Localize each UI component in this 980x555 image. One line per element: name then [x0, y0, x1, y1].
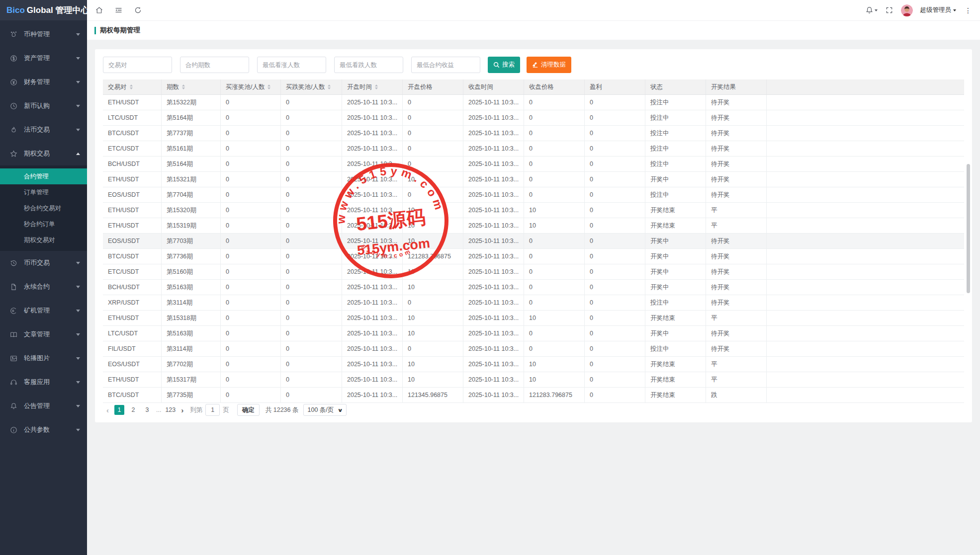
- next-page-button[interactable]: ›: [178, 406, 187, 414]
- filter-input-1[interactable]: [180, 57, 249, 73]
- sidebar-item-newcoin[interactable]: 新币认购: [0, 94, 87, 118]
- sidebar-item-perpetual[interactable]: 永续合约: [0, 275, 87, 299]
- table-cell: 0: [281, 172, 342, 187]
- table-cell: 0: [221, 141, 281, 156]
- avatar[interactable]: [901, 4, 913, 16]
- flame-icon: [10, 126, 18, 134]
- table-cell: 待开奖: [706, 126, 767, 141]
- column-header[interactable]: 买涨奖池/人数: [221, 79, 281, 94]
- sidebar-item-spot[interactable]: 币币交易: [0, 251, 87, 275]
- sidebar-item-notice[interactable]: 公告管理: [0, 394, 87, 418]
- prev-page-button[interactable]: ‹: [103, 406, 112, 414]
- table-row: BTC/USDT第7735期002025-10-11 10:3...121345…: [103, 388, 964, 403]
- table-cell: 0: [585, 341, 645, 356]
- table-cell: 0: [281, 110, 342, 125]
- sidebar-item-article[interactable]: 文章管理: [0, 322, 87, 346]
- page-number[interactable]: 3: [142, 405, 152, 415]
- submenu-item[interactable]: 订单管理: [0, 184, 87, 200]
- table-cell: 2025-10-11 10:3...: [342, 126, 403, 141]
- page-number-active[interactable]: 1: [114, 405, 124, 415]
- clean-data-button[interactable]: 清理数据: [527, 57, 571, 73]
- column-header[interactable]: 开盘时间: [342, 79, 403, 94]
- filter-input-0[interactable]: [103, 57, 172, 73]
- page-number[interactable]: 123: [165, 405, 176, 415]
- table-cell: 第15317期: [162, 372, 221, 387]
- table-cell: 0: [585, 249, 645, 264]
- bell-icon: [865, 6, 874, 14]
- sidebar-item-params[interactable]: 公共参数: [0, 418, 87, 442]
- table-cell-spacer: [767, 95, 964, 110]
- home-icon[interactable]: [95, 6, 103, 14]
- table-cell: 第5164期: [162, 110, 221, 125]
- kebab-menu-icon[interactable]: ⋮: [964, 6, 973, 15]
- submenu-item[interactable]: 秒合约订单: [0, 216, 87, 232]
- chevron-down-icon: [76, 105, 80, 107]
- table-cell: 2025-10-11 10:3...: [463, 157, 524, 171]
- search-button[interactable]: 搜索: [488, 57, 520, 73]
- sidebar-item-service[interactable]: 客服应用: [0, 370, 87, 394]
- sidebar-item-label: 财务管理: [24, 78, 76, 86]
- column-header: 开盘价格: [403, 79, 463, 94]
- sidebar-item-finance[interactable]: 财务管理: [0, 70, 87, 94]
- sidebar-item-option[interactable]: 期权交易: [0, 142, 87, 165]
- search-icon: [493, 62, 500, 68]
- fullscreen-icon[interactable]: [885, 6, 893, 14]
- page-number[interactable]: 2: [128, 405, 138, 415]
- goto-page-input[interactable]: [205, 404, 220, 416]
- confirm-page-button[interactable]: 确定: [237, 404, 260, 416]
- refresh-icon[interactable]: [134, 6, 142, 14]
- sort-icon[interactable]: [182, 84, 185, 89]
- collapse-menu-icon[interactable]: [114, 6, 123, 14]
- sort-icon[interactable]: [328, 84, 331, 89]
- submenu-item[interactable]: 秒合约交易对: [0, 200, 87, 216]
- table-cell: 10: [403, 264, 463, 279]
- sort-icon[interactable]: [130, 84, 133, 89]
- table-cell: 投注中: [645, 295, 706, 310]
- star-icon: [10, 150, 18, 158]
- column-header[interactable]: 期数: [162, 79, 221, 94]
- table-cell: 待开奖: [706, 157, 767, 171]
- pagination: ‹ 123...123 › 到第 页 确定 共 12236 条 100 条/页 …: [103, 404, 347, 416]
- table-cell: 第15322期: [162, 95, 221, 110]
- main-area: 超级管理员 ⋮ 期权每期管理 搜索: [87, 0, 980, 555]
- sidebar-item-coin[interactable]: 币种管理: [0, 22, 87, 46]
- filter-input-3[interactable]: [334, 57, 403, 73]
- table-cell: 开奖结束: [645, 218, 706, 233]
- table-cell: 开奖中: [645, 249, 706, 264]
- table-cell: 0: [585, 264, 645, 279]
- table-cell: 0: [585, 280, 645, 295]
- table-cell: 2025-10-11 10:3...: [463, 280, 524, 295]
- table-cell: 2025-10-11 10:3...: [463, 110, 524, 125]
- notifications-button[interactable]: [865, 6, 878, 14]
- sidebar-item-label: 新币认购: [24, 101, 76, 110]
- filter-input-4[interactable]: [411, 57, 480, 73]
- submenu-item[interactable]: 期权交易对: [0, 232, 87, 248]
- dollar-circle-icon: [10, 54, 18, 62]
- vertical-scrollbar[interactable]: [967, 164, 970, 293]
- sort-icon[interactable]: [375, 84, 378, 89]
- table-cell: 2025-10-11 10:3...: [342, 280, 403, 295]
- sidebar-item-fiat[interactable]: 法币交易: [0, 118, 87, 142]
- table-cell: 10: [403, 203, 463, 218]
- column-header[interactable]: 买跌奖池/人数: [281, 79, 342, 94]
- sidebar-item-asset[interactable]: 资产管理: [0, 46, 87, 70]
- table-cell: 第7736期: [162, 249, 221, 264]
- chevron-down-icon: [76, 429, 80, 431]
- table-cell: 10: [524, 311, 585, 325]
- table-cell: 10: [403, 326, 463, 341]
- table-cell: 第5163期: [162, 326, 221, 341]
- filter-input-2[interactable]: [257, 57, 326, 73]
- table-cell-spacer: [767, 372, 964, 387]
- admin-menu[interactable]: 超级管理员: [920, 6, 957, 14]
- table-cell: 投注中: [645, 126, 706, 141]
- table-cell: 0: [524, 110, 585, 125]
- column-header[interactable]: 交易对: [103, 79, 162, 94]
- page-size-select[interactable]: 100 条/页 ∨: [303, 404, 347, 416]
- table-cell: 平: [706, 218, 767, 233]
- sidebar-item-miner[interactable]: 矿机管理: [0, 299, 87, 322]
- table-cell: 0: [585, 295, 645, 310]
- submenu-item-active[interactable]: 合约管理: [0, 168, 87, 184]
- table-cell: 0: [524, 141, 585, 156]
- sidebar-item-banner[interactable]: 轮播图片: [0, 346, 87, 370]
- sort-icon[interactable]: [267, 84, 270, 89]
